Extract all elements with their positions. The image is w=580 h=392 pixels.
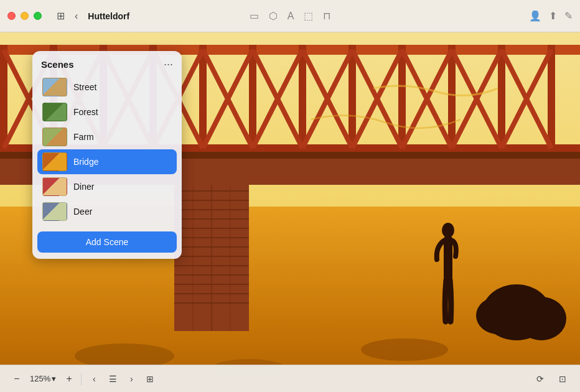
svg-rect-33 xyxy=(299,45,306,152)
scene-label-deer: Deer xyxy=(73,207,92,217)
bottom-toolbar: − 125% ▾ + ‹ ☰ › ⊞ ⟳ ⊡ xyxy=(0,365,580,392)
close-button[interactable] xyxy=(7,12,16,20)
svg-point-61 xyxy=(442,223,454,238)
add-scene-button[interactable]: Add Scene xyxy=(37,231,177,253)
folder-tool-icon[interactable]: ⊓ xyxy=(323,10,330,22)
titlebar-center-tools: ▭ ⬡ A ⬚ ⊓ xyxy=(250,10,331,22)
scene-item-farm[interactable]: Farm xyxy=(37,124,177,149)
zoom-in-button[interactable]: + xyxy=(61,371,77,387)
traffic-lights xyxy=(7,12,42,20)
scene-thumb-street xyxy=(42,78,67,96)
layers-tool-icon[interactable]: ⬡ xyxy=(269,10,278,22)
scene-item-forest[interactable]: Forest xyxy=(37,100,177,124)
zoom-chevron-icon: ▾ xyxy=(52,374,56,383)
nav-controls: ‹ ☰ › ⊞ xyxy=(85,370,159,388)
scene-thumb-bridge xyxy=(42,152,67,171)
edit-icon[interactable]: ✎ xyxy=(564,10,573,22)
zoom-out-button[interactable]: − xyxy=(9,371,25,387)
minimize-button[interactable] xyxy=(21,12,29,20)
svg-rect-27 xyxy=(0,45,7,152)
scene-item-street[interactable]: Street xyxy=(37,75,177,100)
text-tool-icon[interactable]: A xyxy=(288,11,294,22)
scene-list-button[interactable]: ☰ xyxy=(104,370,121,388)
nav-prev-button[interactable]: ‹ xyxy=(85,370,103,388)
svg-point-64 xyxy=(517,297,566,340)
scene-thumb-deer xyxy=(42,202,67,221)
window-title: Hutteldorf xyxy=(88,11,129,21)
svg-rect-34 xyxy=(348,45,356,152)
scene-item-bridge[interactable]: Bridge xyxy=(37,149,177,174)
scene-label-forest: Forest xyxy=(73,107,98,117)
svg-rect-32 xyxy=(249,45,256,152)
zoom-level-display[interactable]: 125% ▾ xyxy=(27,373,58,385)
scenes-more-button[interactable]: ··· xyxy=(164,58,173,70)
network-icon[interactable]: ⟳ xyxy=(531,370,549,388)
collaborate-icon[interactable]: 👤 xyxy=(529,10,541,22)
svg-point-4 xyxy=(361,338,448,361)
toolbar-divider xyxy=(81,373,82,385)
zoom-controls: − 125% ▾ + xyxy=(9,371,77,387)
share-icon[interactable]: ⬆ xyxy=(549,10,557,22)
scene-item-diner[interactable]: Diner xyxy=(37,174,177,199)
svg-rect-35 xyxy=(398,45,406,152)
scene-thumb-farm xyxy=(42,128,67,146)
titlebar: ⊞ ‹ Hutteldorf ▭ ⬡ A ⬚ ⊓ 👤 ⬆ ✎ xyxy=(0,0,580,32)
scene-label-farm: Farm xyxy=(73,132,94,142)
nav-next-button[interactable]: › xyxy=(123,370,140,388)
zoom-value: 125% xyxy=(30,374,50,383)
scene-thumb-forest xyxy=(42,103,67,121)
scene-label-diner: Diner xyxy=(73,182,94,192)
scenes-panel: Scenes ··· Street Forest Farm Bridge xyxy=(32,51,182,259)
scenes-list: Street Forest Farm Bridge Diner Deer xyxy=(32,75,182,229)
svg-point-65 xyxy=(476,297,520,334)
scene-label-street: Street xyxy=(73,82,96,92)
maximize-button[interactable] xyxy=(34,12,42,20)
add-frame-button[interactable]: ⊞ xyxy=(141,370,159,388)
sidebar-toggle-icon[interactable]: ⊞ xyxy=(57,10,65,22)
layout-icon[interactable]: ⊡ xyxy=(554,370,571,388)
main-content: Scenes ··· Street Forest Farm Bridge xyxy=(0,32,580,392)
scene-thumb-diner xyxy=(42,177,67,196)
svg-rect-37 xyxy=(498,45,505,152)
svg-rect-36 xyxy=(448,45,456,152)
back-button[interactable]: ‹ xyxy=(75,11,78,22)
scene-item-deer[interactable]: Deer xyxy=(37,199,177,224)
titlebar-right-tools: 👤 ⬆ ✎ xyxy=(529,10,573,22)
svg-rect-38 xyxy=(548,45,555,152)
titlebar-left: ⊞ ‹ Hutteldorf xyxy=(7,10,129,22)
scene-label-bridge: Bridge xyxy=(73,157,98,167)
scenes-title: Scenes xyxy=(41,59,74,70)
rectangle-tool-icon[interactable]: ▭ xyxy=(250,10,259,22)
svg-rect-62 xyxy=(444,236,452,280)
svg-rect-31 xyxy=(199,45,207,152)
bottom-right-controls: ⟳ ⊡ xyxy=(531,370,571,388)
image-tool-icon[interactable]: ⬚ xyxy=(304,10,313,22)
scenes-header: Scenes ··· xyxy=(32,51,182,75)
